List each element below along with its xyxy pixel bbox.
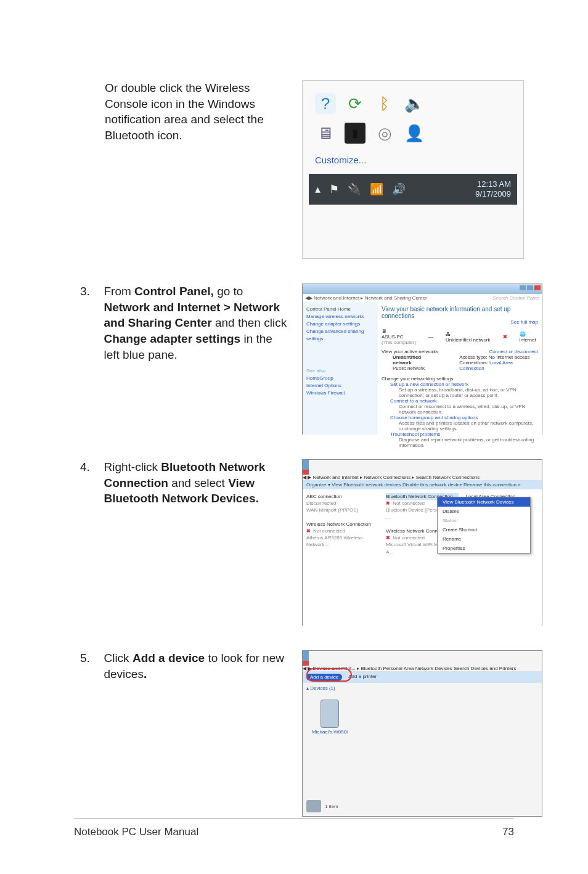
search-input[interactable]: Search Devices and Printers	[454, 666, 516, 671]
internet-options-link[interactable]: Internet Options	[306, 382, 374, 390]
set-up-new-sub: Set up a wireless, broadband, dial-up, a…	[399, 387, 538, 398]
see-also-heading: See also	[306, 367, 374, 375]
device-phone-label: Michael's W850i	[312, 729, 348, 735]
set-up-new-link[interactable]: Set up a new connection or network	[390, 382, 538, 387]
screenshot-network-sharing-center: ◀ ▶ Network and Internet ▸ Network and S…	[302, 284, 542, 435]
help-icon: ?	[315, 93, 336, 114]
change-adapter-settings-link[interactable]: Change adapter settings	[306, 321, 374, 328]
troubleshoot-sub: Diagnose and repair network problems, or…	[399, 437, 538, 448]
wireless-console-icon: ⟳	[345, 93, 365, 114]
step-number-4: 4.	[80, 459, 101, 475]
context-menu: View Bluetooth Network Devices Disable S…	[437, 497, 531, 553]
screenshot-bt-pan-devices: ◀ ▶ Devices and Print... ▸ Bluetooth Per…	[302, 650, 542, 817]
disc-icon: ◎	[374, 123, 395, 144]
network-icon: 📶	[370, 182, 383, 196]
step-number-5: 5.	[80, 650, 101, 666]
back-icon[interactable]: ◀	[303, 475, 306, 480]
connection-abc[interactable]: ABC connection	[306, 493, 378, 500]
power-icon: 🔌	[348, 182, 361, 196]
breadcrumb[interactable]: Network and Internet ▸ Network Connectio…	[312, 475, 414, 480]
view-basic-heading: View your basic network information and …	[382, 306, 538, 319]
control-panel-home[interactable]: Control Panel Home	[306, 306, 374, 313]
speaker-icon: 🔊	[392, 182, 406, 196]
menu-disable[interactable]: Disable	[438, 507, 530, 516]
menu-status: Status	[438, 516, 530, 525]
homegroup-sub: Access files and printers located on oth…	[399, 420, 538, 431]
change-networking-settings: Change your networking settings	[382, 376, 538, 382]
flag-icon: ⚑	[329, 182, 339, 196]
step3-text: From Control Panel, go to Network and In…	[104, 284, 288, 362]
view-active-networks: View your active networks	[382, 349, 438, 354]
phone-icon	[321, 700, 339, 728]
breadcrumb[interactable]: Network and Internet ▸ Network and Shari…	[314, 295, 427, 301]
step-number-3: 3.	[80, 284, 101, 300]
add-printer-button[interactable]: Add a printer	[348, 674, 377, 680]
menu-rename[interactable]: Rename	[438, 534, 530, 544]
taskbar-date: 9/17/2009	[475, 189, 511, 199]
homegroup-link[interactable]: HomeGroup	[306, 375, 374, 382]
forward-icon[interactable]: ▶	[308, 475, 311, 480]
menu-create-shortcut[interactable]: Create Shortcut	[438, 525, 530, 534]
taskbar: ▴ ⚑ 🔌 📶 🔊 12:13 AM 9/17/2009	[309, 174, 517, 205]
screenshot-notification-area: ? ⟳ ᛒ 🔈 🖥 ▮ ◎ 👤 Customize... ▴ ⚑ 🔌 📶	[302, 80, 524, 259]
connect-network-link[interactable]: Connect to a network	[390, 398, 538, 404]
monitor-icon: 🖥	[315, 123, 336, 144]
menu-view-bt-devices[interactable]: View Bluetooth Network Devices	[438, 497, 530, 507]
pc-icon	[306, 800, 321, 812]
volume-icon: 🔈	[404, 93, 425, 114]
taskbar-time: 12:13 AM	[475, 179, 511, 189]
connect-network-sub: Connect or reconnect to a wireless, wire…	[399, 404, 538, 415]
battery-icon: ▮	[345, 123, 365, 144]
item-count: 1 item	[325, 804, 338, 809]
bluetooth-icon: ᛒ	[374, 93, 395, 114]
toolbar[interactable]: Organize ▾ View Bluetooth network device…	[303, 480, 542, 489]
windows-firewall-link[interactable]: Windows Firewall	[306, 390, 374, 397]
customize-link[interactable]: Customize...	[315, 155, 511, 165]
right-content-pane: View your basic network information and …	[378, 302, 542, 435]
back-icon[interactable]: ◀	[303, 666, 306, 671]
page-number: 73	[502, 826, 514, 838]
step4-text: Right-click Bluetooth Network Connection…	[104, 459, 288, 507]
user-icon: 👤	[404, 123, 425, 144]
connection-wireless[interactable]: Wireless Network Connection	[306, 521, 378, 528]
manage-wireless-link[interactable]: Manage wireless networks	[306, 313, 374, 321]
advanced-sharing-link[interactable]: Change advanced sharing settings	[306, 328, 374, 343]
screenshot-network-connections: ◀ ▶ Network and Internet ▸ Network Conne…	[302, 459, 542, 626]
homegroup-options-link[interactable]: Choose homegroup and sharing options	[390, 415, 538, 420]
menu-properties[interactable]: Properties	[438, 544, 530, 553]
devices-group[interactable]: ▴ Devices (1)	[303, 683, 542, 693]
footer-title: Notebook PC User Manual	[74, 826, 198, 838]
search-input[interactable]: Search Control Panel	[492, 295, 539, 301]
troubleshoot-link[interactable]: Troubleshoot problems	[390, 431, 538, 437]
forward-icon[interactable]: ▶	[309, 295, 312, 301]
chevron-up-icon: ▴	[315, 182, 321, 196]
see-full-map-link[interactable]: See full map	[382, 319, 538, 325]
highlight-oval	[306, 668, 352, 682]
step5-text: Click Add a device to look for new devic…	[104, 650, 288, 682]
connect-disconnect-link[interactable]: Connect or disconnect	[489, 349, 538, 354]
left-nav-pane: Control Panel Home Manage wireless netwo…	[303, 302, 378, 435]
intro-paragraph: Or double click the Wireless Console ico…	[105, 80, 290, 144]
status-bar: 1 item	[306, 800, 338, 812]
footer-divider	[74, 818, 514, 819]
device-phone[interactable]: Michael's W850i	[311, 700, 348, 735]
search-input[interactable]: Search Network Connections	[416, 475, 480, 480]
